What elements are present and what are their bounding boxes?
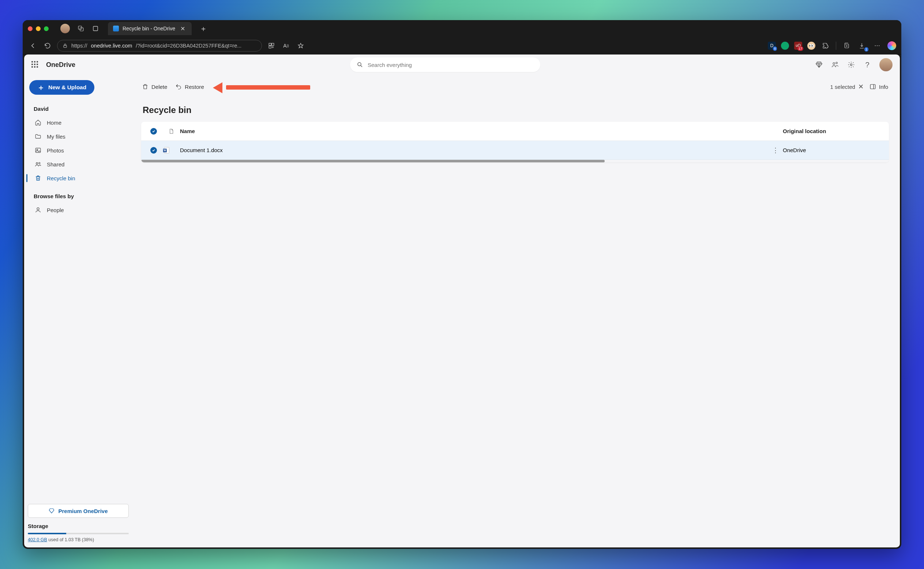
new-tab-button[interactable]: ＋ — [200, 24, 207, 33]
minimize-window[interactable] — [36, 26, 41, 31]
premium-button[interactable]: Premium OneDrive — [28, 504, 129, 518]
file-location: OneDrive — [783, 147, 885, 153]
svg-point-16 — [37, 208, 39, 210]
trash-icon — [142, 84, 149, 90]
storage-text: 402.0 GB used of 1.03 TB (38%) — [28, 537, 129, 542]
copilot-icon[interactable] — [887, 41, 896, 50]
search-box[interactable] — [350, 58, 540, 72]
extensions-menu-icon[interactable] — [820, 41, 831, 51]
table-header: Name Original location — [141, 122, 889, 141]
image-icon — [34, 147, 42, 154]
onedrive-favicon-icon — [113, 26, 119, 32]
svg-rect-17 — [870, 84, 875, 89]
svg-rect-3 — [64, 45, 67, 47]
favorite-icon[interactable] — [295, 41, 306, 51]
sidebar-item-recyclebin[interactable]: Recycle bin — [30, 171, 126, 185]
info-button[interactable]: Info — [869, 82, 889, 91]
horizontal-scrollbar[interactable] — [141, 160, 889, 162]
delete-label: Delete — [151, 84, 167, 90]
app-body: ＋ New & Upload David Home My files — [24, 75, 900, 548]
more-menu-icon[interactable]: ⋯ — [872, 41, 882, 51]
command-bar-right: 1 selected ✕ Info — [830, 82, 889, 91]
profile-avatar-titlebar[interactable] — [60, 24, 70, 33]
extension-dashlane-icon[interactable]: D8 — [768, 42, 776, 50]
svg-rect-2 — [93, 26, 97, 31]
command-bar: Delete Restore 1 selected ✕ — [141, 79, 889, 95]
trash-icon — [34, 175, 42, 182]
storage-fill — [28, 533, 66, 534]
storage-rest: used of 1.03 TB (38%) — [47, 537, 94, 542]
table-row[interactable]: W Document 1.docx ⋮ OneDrive — [141, 141, 889, 160]
svg-point-10 — [836, 62, 837, 64]
nav-user-section: David Home My files Photos — [28, 102, 129, 185]
restore-button[interactable]: Restore — [175, 82, 205, 91]
url-field[interactable]: https://onedrive.live.com/?id=root&cid=2… — [57, 40, 262, 52]
sidebar-item-shared[interactable]: Shared — [30, 157, 126, 171]
storage-used-link[interactable]: 402.0 GB — [28, 537, 47, 542]
sidebar-item-photos[interactable]: Photos — [30, 143, 126, 157]
undo-icon — [175, 84, 182, 90]
url-domain: onedrive.live.com — [91, 43, 132, 49]
clear-selection-button[interactable]: ✕ — [858, 83, 864, 91]
sidebar-item-label: People — [47, 207, 64, 213]
sidebar-item-home[interactable]: Home — [30, 116, 126, 129]
column-location[interactable]: Original location — [783, 128, 885, 134]
people-share-icon[interactable] — [831, 61, 839, 69]
nav-refresh-button[interactable] — [43, 41, 53, 51]
new-upload-button[interactable]: ＋ New & Upload — [29, 80, 94, 95]
help-icon[interactable]: ? — [863, 61, 871, 69]
premium-label: Premium OneDrive — [58, 508, 108, 514]
app-launcher-icon[interactable] — [32, 61, 39, 68]
sidebar: ＋ New & Upload David Home My files — [24, 75, 134, 548]
sidebar-item-people[interactable]: People — [30, 203, 126, 217]
downloads-icon[interactable]: 1 — [857, 41, 867, 51]
onedrive-app: OneDrive ? — [24, 55, 900, 548]
extension-ublock-icon[interactable]: uO17 — [794, 42, 802, 50]
storage-block: Storage 402.0 GB used of 1.03 TB (38%) — [28, 523, 129, 542]
row-more-button[interactable]: ⋮ — [768, 146, 783, 154]
person-icon — [34, 206, 42, 213]
header-right: ? — [815, 58, 892, 71]
svg-text:W: W — [163, 149, 166, 152]
maximize-window[interactable] — [44, 26, 49, 31]
page-title: Recycle bin — [143, 105, 889, 115]
workspaces-icon[interactable] — [77, 25, 85, 32]
info-panel-icon — [869, 84, 876, 90]
toolbar-right: D8 uO17 👀 1 ⋯ — [768, 41, 896, 51]
svg-rect-5 — [272, 43, 274, 45]
file-name: Document 1.docx — [180, 147, 768, 153]
settings-gear-icon[interactable] — [847, 61, 855, 69]
select-all-checkbox[interactable] — [150, 128, 157, 135]
selection-chip: 1 selected ✕ — [830, 83, 864, 91]
close-window[interactable] — [28, 26, 32, 31]
svg-point-8 — [358, 62, 361, 66]
sidebar-item-myfiles[interactable]: My files — [30, 129, 126, 143]
diamond-icon — [49, 508, 55, 514]
extension-eyes-icon[interactable]: 👀 — [807, 42, 815, 50]
storage-bar — [28, 533, 129, 534]
restore-label: Restore — [185, 84, 204, 90]
docx-icon: W — [163, 146, 170, 154]
svg-point-14 — [36, 163, 38, 164]
svg-rect-4 — [269, 43, 271, 45]
annotation-arrow — [215, 81, 310, 92]
tab-close-button[interactable]: ✕ — [179, 25, 187, 32]
app-header: OneDrive ? — [24, 55, 900, 75]
nav-browse-heading: Browse files by — [30, 189, 126, 203]
sidebar-item-label: My files — [47, 134, 65, 140]
collections-icon[interactable] — [841, 41, 852, 51]
read-aloud-icon[interactable]: A)) — [281, 41, 291, 51]
premium-diamond-icon[interactable] — [815, 61, 823, 69]
row-checkbox[interactable] — [150, 147, 157, 154]
nav-back-button[interactable] — [28, 41, 38, 51]
delete-button[interactable]: Delete — [141, 82, 168, 91]
app-install-icon[interactable] — [266, 41, 277, 51]
column-name[interactable]: Name — [180, 128, 768, 134]
addressbar: https://onedrive.live.com/?id=root&cid=2… — [23, 37, 901, 55]
account-avatar[interactable] — [879, 58, 892, 71]
extension-grammarly-icon[interactable] — [781, 42, 789, 50]
search-input[interactable] — [368, 62, 534, 68]
browser-tab[interactable]: Recycle bin - OneDrive ✕ — [108, 22, 192, 35]
tab-overview-icon[interactable] — [92, 25, 99, 32]
folder-icon — [34, 133, 42, 140]
